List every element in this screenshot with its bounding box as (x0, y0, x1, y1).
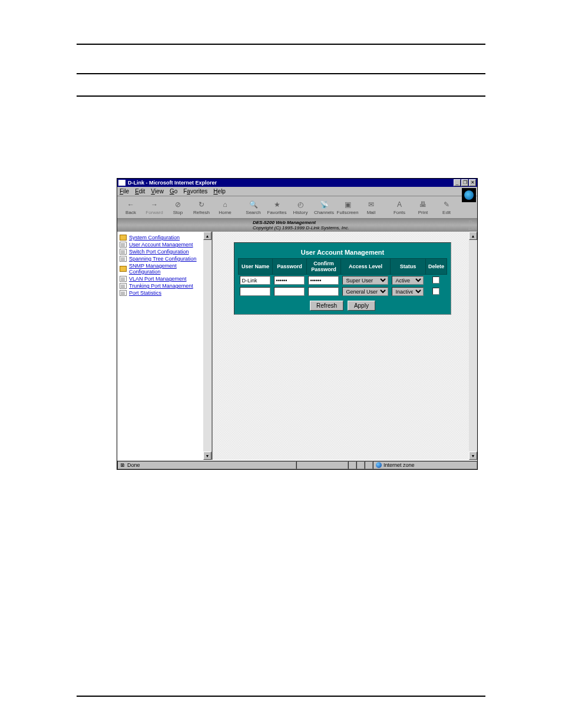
page-icon (120, 290, 127, 296)
page-banner: D-Link D-Link D-Link D-Link D-Link D-Lin… (117, 219, 477, 232)
favorites-icon: ★ (272, 200, 282, 209)
col-status: Status (390, 259, 425, 275)
nav-system-configuration[interactable]: System Configuration (117, 234, 211, 241)
col-delete: Delete (425, 259, 447, 275)
password-input[interactable] (274, 276, 305, 285)
status-select[interactable]: Active (392, 276, 424, 285)
window-title: D-Link - Microsoft Internet Explorer (128, 180, 453, 186)
refresh-icon: ↻ (197, 200, 206, 209)
fonts-button[interactable]: AFonts (388, 200, 411, 215)
menu-favorites[interactable]: Favorites (183, 188, 207, 195)
status-select[interactable]: Inactive (392, 287, 424, 296)
mail-icon: ✉ (366, 200, 376, 209)
channels-button[interactable]: 📡Channels (313, 200, 335, 215)
search-button[interactable]: 🔍Search (242, 200, 265, 215)
nav-trunking-port-management[interactable]: Trunking Port Management (117, 282, 211, 289)
globe-icon (376, 462, 382, 468)
folder-icon (120, 235, 127, 241)
stop-button[interactable]: ⊘Stop (167, 200, 189, 215)
fullscreen-icon: ▣ (343, 200, 352, 209)
print-button[interactable]: 🖶Print (412, 200, 434, 215)
banner-copyright: Copyright (C) 1995-1999 D-Link Systems, … (253, 225, 349, 230)
nav-spanning-tree-configuration[interactable]: Spanning Tree Configuration (117, 255, 211, 262)
forward-icon: → (150, 200, 159, 209)
fonts-icon: A (395, 200, 404, 209)
apply-button[interactable]: Apply (348, 301, 375, 311)
fullscreen-button[interactable]: ▣Fullscreen (336, 200, 359, 215)
confirm-password-input[interactable] (308, 287, 339, 296)
status-zone: Internet zone (384, 462, 415, 468)
favorites-button[interactable]: ★Favorites (266, 200, 288, 215)
home-icon: ⌂ (220, 200, 230, 209)
mail-button[interactable]: ✉Mail (360, 200, 382, 215)
scroll-down-icon[interactable]: ▼ (203, 452, 211, 460)
close-button[interactable]: ✕ (469, 179, 476, 186)
menu-go[interactable]: Go (170, 188, 177, 195)
browser-window: D-Link - Microsoft Internet Explorer _ ❐… (117, 178, 478, 470)
user-account-table: User Name Password Confirm Password Acce… (238, 258, 447, 297)
user-name-input[interactable] (240, 276, 270, 285)
nav-user-account-management[interactable]: User Account Management (117, 241, 211, 248)
nav-vlan-port-management[interactable]: VLAN Port Management (117, 275, 211, 282)
nav-switch-port-configuration[interactable]: Switch Port Configuration (117, 248, 211, 255)
stop-icon: ⊘ (173, 200, 183, 209)
col-password: Password (272, 259, 306, 275)
col-access-level: Access Level (340, 259, 390, 275)
forward-button[interactable]: →Forward (143, 200, 166, 215)
menu-edit[interactable]: Edit (135, 188, 145, 195)
nav-scrollbar[interactable]: ▲ ▼ (203, 232, 211, 460)
user-account-panel: User Account Management User Name Passwo… (234, 242, 451, 315)
channels-icon: 📡 (319, 200, 329, 209)
page-icon (120, 249, 127, 255)
main-content: User Account Management User Name Passwo… (213, 232, 477, 460)
scroll-up-icon[interactable]: ▲ (203, 232, 211, 240)
search-icon: 🔍 (249, 200, 258, 209)
menu-help[interactable]: Help (213, 188, 226, 195)
toolbar: ←Back →Forward ⊘Stop ↻Refresh ⌂Home 🔍Sea… (117, 196, 477, 219)
refresh-button[interactable]: ↻Refresh (190, 200, 213, 215)
minimize-button[interactable]: _ (454, 179, 461, 186)
col-user-name: User Name (238, 259, 272, 275)
page-rule (77, 696, 485, 697)
edit-icon: ✎ (442, 200, 451, 209)
statusbar: 🗎Done Internet zone (117, 460, 477, 469)
page-icon (120, 283, 127, 289)
edit-button[interactable]: ✎Edit (435, 200, 458, 215)
maximize-button[interactable]: ❐ (461, 179, 468, 186)
access-level-select[interactable]: Super User (342, 276, 388, 285)
main-scrollbar[interactable]: ▲ ▼ (469, 232, 477, 460)
access-level-select[interactable]: General User (342, 287, 388, 296)
scroll-up-icon[interactable]: ▲ (469, 232, 477, 240)
nav-snmp-management-configuration[interactable]: SNMP Management Configuration (117, 262, 211, 275)
page-rule (77, 95, 485, 97)
page-icon (120, 256, 127, 262)
back-button[interactable]: ←Back (120, 200, 142, 215)
ie-page-icon: 🗎 (120, 462, 125, 468)
panel-title: User Account Management (238, 246, 447, 258)
nav-tree: System Configuration User Account Manage… (117, 232, 213, 460)
password-input[interactable] (274, 287, 305, 296)
banner-product: DES-5200 Web Management (253, 220, 349, 225)
table-row: Super User Active (238, 275, 447, 286)
scroll-down-icon[interactable]: ▼ (469, 452, 477, 460)
delete-checkbox[interactable] (432, 288, 439, 295)
page-rule (77, 44, 485, 45)
delete-checkbox[interactable] (432, 276, 439, 284)
confirm-password-input[interactable] (308, 276, 339, 285)
history-icon: ◴ (296, 200, 305, 209)
nav-port-statistics[interactable]: Port Statistics (117, 289, 211, 297)
menu-file[interactable]: File (120, 188, 129, 195)
page-icon (120, 276, 127, 282)
print-icon: 🖶 (418, 200, 428, 209)
app-icon (118, 180, 125, 186)
back-icon: ← (126, 200, 135, 209)
page-rule (77, 73, 485, 74)
menubar: File Edit View Go Favorites Help (117, 187, 477, 196)
user-name-input[interactable] (240, 287, 270, 296)
menu-view[interactable]: View (151, 188, 164, 195)
status-text: Done (127, 462, 140, 468)
home-button[interactable]: ⌂Home (214, 200, 236, 215)
refresh-button[interactable]: Refresh (310, 301, 343, 311)
ie-logo-icon (462, 188, 476, 202)
history-button[interactable]: ◴History (289, 200, 312, 215)
